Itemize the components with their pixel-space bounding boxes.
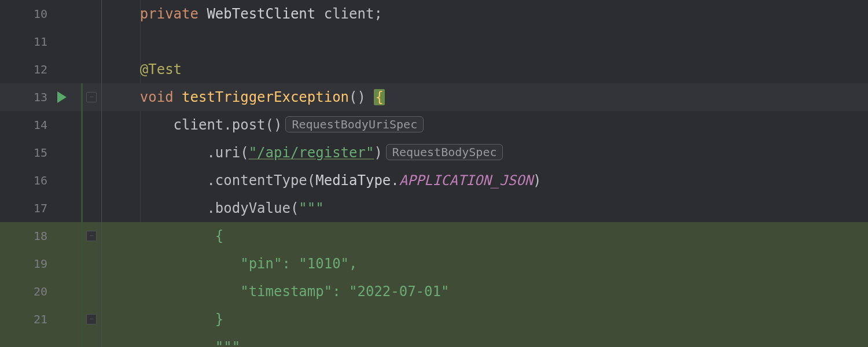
json-open-brace: { [215, 228, 223, 244]
fold-margin: − [81, 305, 102, 333]
code-line[interactable]: """ [0, 333, 868, 347]
inlay-type-hint: RequestBodyUriSpec [285, 116, 424, 132]
type-webtestclient: WebTestClient [207, 6, 315, 22]
code-text[interactable]: { [102, 222, 223, 250]
line-number: 13 [29, 83, 47, 111]
code-line[interactable]: 18 − { [0, 222, 868, 250]
code-text[interactable] [102, 28, 106, 56]
run-test-button[interactable] [53, 91, 71, 103]
call-uri: uri [215, 145, 240, 161]
fold-margin: − [81, 222, 102, 250]
inlay-type-hint: RequestBodySpec [386, 144, 503, 160]
gutter: 19 [0, 250, 81, 278]
gutter [0, 333, 81, 347]
annotation-test: @Test [140, 61, 182, 77]
call-post: post [232, 117, 266, 133]
gutter: 18 [0, 222, 81, 250]
gutter: 15 [0, 139, 81, 167]
line-number: 19 [29, 250, 47, 278]
code-text[interactable]: """ [102, 333, 240, 347]
fold-margin [81, 56, 102, 83]
code-text[interactable]: private WebTestClient client; [102, 0, 382, 28]
fold-margin [81, 111, 102, 139]
json-timestamp-entry: "timestamp": "2022-07-01" [240, 283, 449, 300]
method-name: testTriggerException [182, 89, 349, 105]
line-number: 16 [29, 167, 47, 194]
line-number: 21 [29, 305, 47, 333]
code-text[interactable]: "pin": "1010", [102, 250, 357, 278]
code-line[interactable]: 14 client.post()RequestBodyUriSpec [0, 111, 868, 139]
ref-client: client [174, 117, 224, 133]
fold-collapse-icon[interactable]: − [86, 231, 97, 241]
code-line[interactable]: 21 − } [0, 305, 868, 333]
line-number: 17 [29, 194, 47, 222]
fold-margin [81, 333, 102, 347]
type-mediatype: MediaType [315, 172, 391, 189]
gutter: 13 [0, 83, 81, 111]
gutter: 16 [0, 167, 81, 194]
code-text[interactable]: .uri("/api/register")RequestBodySpec [102, 139, 503, 167]
fold-collapse-icon[interactable]: − [86, 314, 97, 324]
fold-margin [81, 139, 102, 167]
json-pin-entry: "pin": "1010", [240, 256, 357, 272]
keyword-private: private [140, 6, 198, 22]
code-text[interactable]: .bodyValue(""" [102, 194, 324, 222]
gutter: 21 [0, 305, 81, 333]
code-text[interactable]: } [102, 305, 223, 333]
fold-margin [81, 194, 102, 222]
code-text[interactable]: client.post()RequestBodyUriSpec [102, 111, 424, 139]
string-uri: "/api/register" [249, 145, 374, 161]
code-text[interactable]: void testTriggerException() { [102, 83, 385, 111]
code-text[interactable]: @Test [102, 56, 182, 83]
code-editor[interactable]: 10 private WebTestClient client; 11 12 @… [0, 0, 868, 347]
code-line[interactable]: 20 "timestamp": "2022-07-01" [0, 278, 868, 305]
code-line[interactable]: 11 [0, 28, 868, 56]
fold-margin [81, 167, 102, 194]
static-application-json: APPLICATION_JSON [399, 172, 533, 189]
line-number: 11 [29, 28, 47, 56]
gutter: 10 [0, 0, 81, 28]
brace-open: { [374, 89, 384, 105]
gutter: 17 [0, 194, 81, 222]
line-number: 10 [29, 0, 47, 28]
gutter: 12 [0, 56, 81, 83]
code-line[interactable]: 12 @Test [0, 56, 868, 83]
code-text[interactable]: .contentType(MediaType.APPLICATION_JSON) [102, 167, 541, 194]
text-block-close: """ [215, 339, 240, 347]
json-close-brace: } [215, 311, 223, 327]
fold-margin [81, 250, 102, 278]
line-number: 14 [29, 111, 47, 139]
call-bodyvalue: bodyValue [215, 200, 290, 216]
fold-collapse-icon[interactable]: − [86, 92, 97, 102]
line-number: 12 [29, 56, 47, 83]
line-number: 20 [29, 278, 47, 305]
play-icon [57, 91, 67, 103]
code-line[interactable]: 17 .bodyValue(""" [0, 194, 868, 222]
code-line[interactable]: 15 .uri("/api/register")RequestBodySpec [0, 139, 868, 167]
code-line[interactable]: 19 "pin": "1010", [0, 250, 868, 278]
code-text[interactable]: "timestamp": "2022-07-01" [102, 278, 449, 305]
line-number: 18 [29, 222, 47, 250]
fold-margin [81, 28, 102, 56]
keyword-void: void [140, 89, 174, 105]
code-line[interactable]: 16 .contentType(MediaType.APPLICATION_JS… [0, 167, 868, 194]
fold-margin: − [81, 83, 102, 111]
line-number: 15 [29, 139, 47, 167]
fold-margin [81, 0, 102, 28]
gutter: 20 [0, 278, 81, 305]
gutter: 11 [0, 28, 81, 56]
gutter: 14 [0, 111, 81, 139]
code-line[interactable]: 10 private WebTestClient client; [0, 0, 868, 28]
code-line[interactable]: 13 − void testTriggerException() { [0, 83, 868, 111]
field-client: client [324, 6, 374, 22]
fold-margin [81, 278, 102, 305]
call-contenttype: contentType [215, 172, 307, 189]
text-block-open: """ [299, 200, 323, 216]
